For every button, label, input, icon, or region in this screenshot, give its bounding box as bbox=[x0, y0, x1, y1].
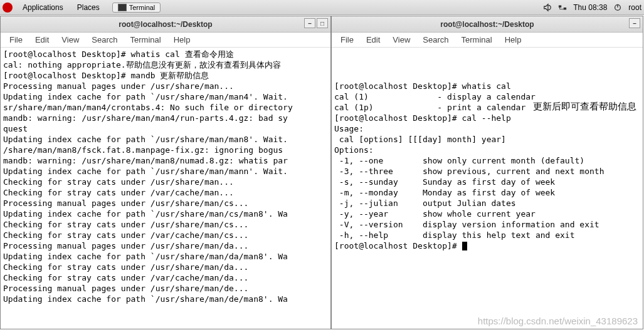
menubar-2: File Edit View Search Terminal Help bbox=[332, 33, 643, 48]
terminal-line: cal: nothing appropriate.帮助信息没有更新，故没有查看到… bbox=[3, 59, 328, 70]
terminal-line: mandb: warning: /usr/share/man/man8/numa… bbox=[3, 155, 328, 166]
terminal-line: sr/share/man/man/man4/crontabs.4: No suc… bbox=[3, 102, 328, 113]
terminal-line: [root@localhost Desktop]# bbox=[334, 240, 640, 251]
places-menu[interactable]: Places bbox=[71, 2, 106, 13]
menu-help[interactable]: Help bbox=[500, 34, 527, 46]
redhat-logo-icon bbox=[3, 3, 13, 13]
taskbar-terminal-label: Terminal bbox=[129, 4, 156, 11]
menu-search[interactable]: Search bbox=[87, 34, 122, 46]
menubar-1: File Edit View Search Terminal Help bbox=[1, 33, 330, 48]
terminal-line: -h, --help display this help text and ex… bbox=[334, 230, 640, 240]
minimize-button[interactable]: – bbox=[304, 18, 315, 28]
window-controls-1: – □ bbox=[304, 18, 328, 28]
window-title-2: root@localhost:~/Desktop bbox=[440, 20, 534, 29]
network-icon[interactable] bbox=[558, 3, 567, 12]
terminal-line: Checking for stray cats under /var/cache… bbox=[3, 272, 328, 283]
terminal-window-1: root@localhost:~/Desktop – □ File Edit V… bbox=[0, 16, 331, 329]
window-title-1: root@localhost:~/Desktop bbox=[119, 20, 212, 29]
power-icon[interactable] bbox=[613, 3, 622, 12]
menu-edit[interactable]: Edit bbox=[30, 34, 54, 46]
svg-rect-0 bbox=[559, 5, 561, 8]
terminal-line: Usage: bbox=[334, 123, 640, 134]
terminal-line: Updating index cache for path `/usr/shar… bbox=[3, 91, 328, 102]
terminal-line: Processing manual pages under /usr/share… bbox=[3, 283, 328, 294]
terminal-line: -3, --three show previous, current and n… bbox=[334, 166, 640, 177]
terminal-line: -s, --sunday Sunday as first day of week bbox=[334, 177, 640, 187]
terminal-line: mandb: warning: /usr/share/man/man4/run-… bbox=[3, 113, 328, 123]
terminal-line: quest bbox=[3, 123, 328, 134]
topbar-left: Applications Places Terminal bbox=[3, 2, 161, 13]
terminal-line: Checking for stray cats under /var/cache… bbox=[3, 230, 328, 240]
minimize-button[interactable]: – bbox=[629, 18, 640, 28]
cursor bbox=[462, 242, 467, 250]
menu-file[interactable]: File bbox=[335, 34, 359, 46]
menu-view[interactable]: View bbox=[388, 34, 415, 46]
applications-menu[interactable]: Applications bbox=[16, 2, 70, 13]
annotation-updated-help: 更新后即可查看帮助信息 bbox=[533, 101, 636, 111]
user-menu[interactable]: root bbox=[628, 3, 641, 12]
terminal-line: Checking for stray cats under /usr/share… bbox=[3, 262, 328, 272]
annotation-view-usage: 查看命令用途 bbox=[185, 49, 234, 59]
terminal-output-2[interactable]: [root@localhost Desktop]# whatis calcal … bbox=[332, 48, 643, 329]
terminal-line: Processing manual pages under /usr/share… bbox=[3, 81, 328, 91]
terminal-line: Processing manual pages under /usr/share… bbox=[3, 198, 328, 209]
terminal-line: Checking for stray cats under /var/cache… bbox=[3, 187, 328, 198]
terminal-line: /share/man/man8/fsck.fat.8.manpage-fix.g… bbox=[3, 145, 328, 155]
menu-terminal[interactable]: Terminal bbox=[457, 34, 497, 46]
menu-view[interactable]: View bbox=[56, 34, 84, 46]
terminal-icon bbox=[118, 4, 127, 11]
taskbar-terminal-button[interactable]: Terminal bbox=[112, 3, 161, 13]
terminal-line: -m, --monday Monday as first day of week bbox=[334, 187, 640, 198]
terminal-line: Updating index cache for path `/usr/shar… bbox=[3, 209, 328, 219]
terminal-line: Updating index cache for path `/usr/shar… bbox=[3, 134, 328, 145]
terminal-line: Updating index cache for path `/usr/shar… bbox=[3, 294, 328, 304]
terminal-line: -j, --julian output Julian dates bbox=[334, 198, 640, 209]
menu-edit[interactable]: Edit bbox=[361, 34, 385, 46]
terminal-line: [root@localhost Desktop]# whatis cal bbox=[334, 81, 640, 91]
volume-icon[interactable] bbox=[543, 3, 552, 12]
menu-help[interactable]: Help bbox=[169, 34, 196, 46]
terminal-line: Checking for stray cats under /usr/share… bbox=[3, 219, 328, 230]
terminal-line: -V, --version display version informatio… bbox=[334, 219, 640, 230]
topbar-right: Thu 08:38 root bbox=[543, 3, 641, 12]
terminal-line: -1, --one show only current month (defau… bbox=[334, 155, 640, 166]
terminal-line: [root@localhost Desktop]# cal --help bbox=[334, 113, 640, 123]
titlebar-1[interactable]: root@localhost:~/Desktop – □ bbox=[1, 16, 330, 33]
menu-file[interactable]: File bbox=[4, 34, 28, 46]
terminal-line: [root@localhost Desktop]# whatis cal 查看命… bbox=[3, 49, 328, 59]
terminal-line: Updating index cache for path `/usr/shar… bbox=[3, 166, 328, 177]
titlebar-2[interactable]: root@localhost:~/Desktop – bbox=[332, 16, 643, 33]
menu-terminal[interactable]: Terminal bbox=[125, 34, 166, 46]
terminal-line: Checking for stray cats under /usr/share… bbox=[3, 177, 328, 187]
terminal-line: cal [options] [[[day] month] year] bbox=[334, 134, 640, 145]
watermark: https://blog.csdn.net/weixin_43189623 bbox=[478, 316, 638, 326]
gnome-top-panel: Applications Places Terminal Thu 08:38 r… bbox=[0, 0, 644, 15]
clock[interactable]: Thu 08:38 bbox=[573, 3, 607, 12]
terminal-window-2: root@localhost:~/Desktop – File Edit Vie… bbox=[331, 16, 643, 329]
terminal-line: Processing manual pages under /usr/share… bbox=[3, 240, 328, 251]
terminal-line: -y, --year show whole current year bbox=[334, 209, 640, 219]
terminal-line: Updating index cache for path `/usr/shar… bbox=[3, 251, 328, 262]
annotation-update-help: 更新帮助信息 bbox=[160, 71, 209, 80]
maximize-button[interactable]: □ bbox=[317, 18, 328, 28]
terminal-output-1[interactable]: [root@localhost Desktop]# whatis cal 查看命… bbox=[1, 48, 330, 329]
menu-search[interactable]: Search bbox=[418, 34, 453, 46]
terminal-line: Options: bbox=[334, 145, 640, 155]
annotation-no-help-info: 帮助信息没有更新，故没有查看到具体内容 bbox=[126, 60, 281, 70]
terminal-line: [root@localhost Desktop]# mandb 更新帮助信息 bbox=[3, 70, 328, 81]
window-controls-2: – bbox=[629, 18, 640, 28]
